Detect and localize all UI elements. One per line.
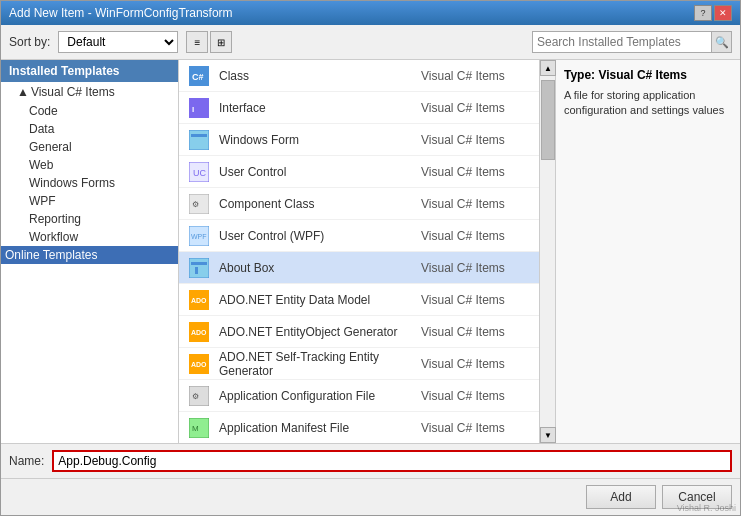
scroll-up[interactable]: ▲ — [540, 60, 556, 76]
button-bar: Add Cancel — [1, 478, 740, 515]
right-panel: Type: Visual C# Items A file for storing… — [555, 60, 740, 443]
scroll-thumb[interactable] — [541, 80, 555, 160]
template-cat-app-manifest: Visual C# Items — [421, 421, 531, 435]
template-cat-about-box: Visual C# Items — [421, 261, 531, 275]
template-name-app-config: Application Configuration File — [219, 389, 421, 403]
type-description: A file for storing application configura… — [564, 88, 732, 119]
template-cat-interface: Visual C# Items — [421, 101, 531, 115]
template-row-user-control[interactable]: UC User Control Visual C# Items — [179, 156, 539, 188]
template-row-about-box[interactable]: About Box Visual C# Items — [179, 252, 539, 284]
help-button[interactable]: ? — [694, 5, 712, 21]
svg-text:ADO: ADO — [191, 297, 207, 304]
template-name-about-box: About Box — [219, 261, 421, 275]
template-cat-class: Visual C# Items — [421, 69, 531, 83]
template-cat-ado-entity: Visual C# Items — [421, 293, 531, 307]
template-name-ado-entityobject: ADO.NET EntityObject Generator — [219, 325, 421, 339]
template-row-windows-form[interactable]: Windows Form Visual C# Items — [179, 124, 539, 156]
template-name-user-control-wpf: User Control (WPF) — [219, 229, 421, 243]
template-cat-user-control: Visual C# Items — [421, 165, 531, 179]
name-bar: Name: — [1, 443, 740, 478]
type-info: Type: Visual C# Items — [564, 68, 732, 82]
user-control-icon: UC — [187, 160, 211, 184]
dialog-window: Add New Item - WinFormConfigTransform ? … — [0, 0, 741, 516]
svg-text:M: M — [192, 424, 199, 433]
search-input[interactable] — [533, 33, 711, 51]
template-row-ado-entity[interactable]: ADO ADO.NET Entity Data Model Visual C# … — [179, 284, 539, 316]
template-name-user-control: User Control — [219, 165, 421, 179]
component-class-icon: ⚙ — [187, 192, 211, 216]
interface-icon: I — [187, 96, 211, 120]
tree-item-wpf[interactable]: WPF — [1, 192, 178, 210]
user-control-wpf-icon: WPF — [187, 224, 211, 248]
view-buttons: ≡ ⊞ — [186, 31, 232, 53]
search-icon[interactable]: 🔍 — [711, 32, 731, 52]
template-row-app-manifest[interactable]: M Application Manifest File Visual C# It… — [179, 412, 539, 443]
installed-templates-title: Installed Templates — [1, 60, 178, 82]
main-body: Installed Templates ▲ Visual C# Items Co… — [1, 60, 740, 443]
type-value: Visual C# Items — [598, 68, 687, 82]
svg-rect-5 — [191, 134, 207, 137]
tree-item-visual-csharp[interactable]: ▲ Visual C# Items — [1, 82, 178, 102]
template-cat-windows-form: Visual C# Items — [421, 133, 531, 147]
svg-rect-4 — [189, 130, 209, 150]
svg-text:I: I — [192, 105, 194, 114]
tree-item-windows-forms[interactable]: Windows Forms — [1, 174, 178, 192]
tree-item-reporting[interactable]: Reporting — [1, 210, 178, 228]
svg-text:ADO: ADO — [191, 361, 207, 368]
grid-view-button[interactable]: ⊞ — [210, 31, 232, 53]
left-panel: Installed Templates ▲ Visual C# Items Co… — [1, 60, 179, 443]
name-input[interactable] — [52, 450, 732, 472]
svg-text:ADO: ADO — [191, 329, 207, 336]
tree-item-data[interactable]: Data — [1, 120, 178, 138]
template-cat-ado-selftracking: Visual C# Items — [421, 357, 531, 371]
tree-item-workflow[interactable]: Workflow — [1, 228, 178, 246]
template-row-ado-selftracking[interactable]: ADO ADO.NET Self-Tracking Entity Generat… — [179, 348, 539, 380]
svg-rect-13 — [191, 262, 207, 265]
sort-select[interactable]: Default — [58, 31, 178, 53]
template-cat-ado-entityobject: Visual C# Items — [421, 325, 531, 339]
template-cat-user-control-wpf: Visual C# Items — [421, 229, 531, 243]
windows-form-icon — [187, 128, 211, 152]
add-button[interactable]: Add — [586, 485, 656, 509]
template-row-ado-entityobject[interactable]: ADO ADO.NET EntityObject Generator Visua… — [179, 316, 539, 348]
tree-item-code[interactable]: Code — [1, 102, 178, 120]
scroll-down[interactable]: ▼ — [540, 427, 556, 443]
center-scrollbar[interactable]: ▲ ▼ — [539, 60, 555, 443]
list-view-button[interactable]: ≡ — [186, 31, 208, 53]
tree-item-online-templates[interactable]: Online Templates — [1, 246, 178, 264]
template-name-interface: Interface — [219, 101, 421, 115]
template-row-app-config[interactable]: ⚙ Application Configuration File Visual … — [179, 380, 539, 412]
app-manifest-icon: M — [187, 416, 211, 440]
expand-icon: ▲ — [17, 85, 29, 99]
close-button[interactable]: ✕ — [714, 5, 732, 21]
title-text: Add New Item - WinFormConfigTransform — [9, 6, 233, 20]
toolbar: Sort by: Default ≡ ⊞ 🔍 — [1, 25, 740, 60]
template-row-class[interactable]: C# Class Visual C# Items — [179, 60, 539, 92]
svg-rect-14 — [195, 267, 198, 274]
title-controls: ? ✕ — [694, 5, 732, 21]
name-label: Name: — [9, 454, 44, 468]
template-name-component-class: Component Class — [219, 197, 421, 211]
watermark: Vishal R. Joshi — [677, 503, 736, 513]
template-row-interface[interactable]: I Interface Visual C# Items — [179, 92, 539, 124]
svg-text:⚙: ⚙ — [192, 392, 199, 401]
template-row-user-control-wpf[interactable]: WPF User Control (WPF) Visual C# Items — [179, 220, 539, 252]
svg-text:C#: C# — [192, 72, 204, 82]
tree-item-web[interactable]: Web — [1, 156, 178, 174]
svg-rect-12 — [189, 258, 209, 278]
ado-entityobject-icon: ADO — [187, 320, 211, 344]
about-box-icon — [187, 256, 211, 280]
app-config-icon: ⚙ — [187, 384, 211, 408]
template-name-app-manifest: Application Manifest File — [219, 421, 421, 435]
tree-label: Visual C# Items — [31, 85, 115, 99]
template-row-component-class[interactable]: ⚙ Component Class Visual C# Items — [179, 188, 539, 220]
svg-text:UC: UC — [193, 168, 206, 178]
template-cat-component-class: Visual C# Items — [421, 197, 531, 211]
template-cat-app-config: Visual C# Items — [421, 389, 531, 403]
template-name-ado-selftracking: ADO.NET Self-Tracking Entity Generator — [219, 350, 421, 378]
title-bar: Add New Item - WinFormConfigTransform ? … — [1, 1, 740, 25]
sort-label: Sort by: — [9, 35, 50, 49]
tree-item-general[interactable]: General — [1, 138, 178, 156]
template-name-windows-form: Windows Form — [219, 133, 421, 147]
ado-entity-icon: ADO — [187, 288, 211, 312]
